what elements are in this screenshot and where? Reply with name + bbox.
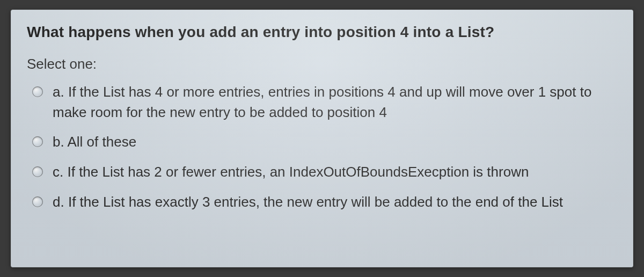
select-one-prompt: Select one: — [27, 56, 617, 72]
radio-icon[interactable] — [32, 166, 43, 177]
question-card: What happens when you add an entry into … — [11, 10, 633, 267]
option-text-b: b. All of these — [53, 132, 617, 152]
option-letter: c. — [53, 164, 63, 180]
option-body: If the List has 2 or fewer entries, an I… — [67, 164, 529, 180]
radio-icon[interactable] — [32, 196, 43, 207]
option-b[interactable]: b. All of these — [32, 132, 617, 152]
option-body: If the List has exactly 3 entries, the n… — [68, 194, 563, 210]
option-a[interactable]: a. If the List has 4 or more entries, en… — [32, 82, 617, 122]
option-letter: d. — [53, 194, 64, 210]
option-text-a: a. If the List has 4 or more entries, en… — [53, 82, 617, 122]
radio-icon[interactable] — [32, 86, 43, 97]
option-body: All of these — [67, 134, 136, 150]
option-text-c: c. If the List has 2 or fewer entries, a… — [53, 162, 617, 183]
question-text: What happens when you add an entry into … — [27, 24, 617, 41]
options-list: a. If the List has 4 or more entries, en… — [27, 82, 617, 212]
radio-icon[interactable] — [32, 136, 43, 147]
option-body: If the List has 4 or more entries, entri… — [53, 84, 591, 120]
option-c[interactable]: c. If the List has 2 or fewer entries, a… — [32, 162, 617, 183]
option-letter: a. — [53, 84, 64, 100]
option-text-d: d. If the List has exactly 3 entries, th… — [53, 192, 617, 213]
option-letter: b. — [53, 134, 64, 150]
option-d[interactable]: d. If the List has exactly 3 entries, th… — [32, 192, 617, 213]
